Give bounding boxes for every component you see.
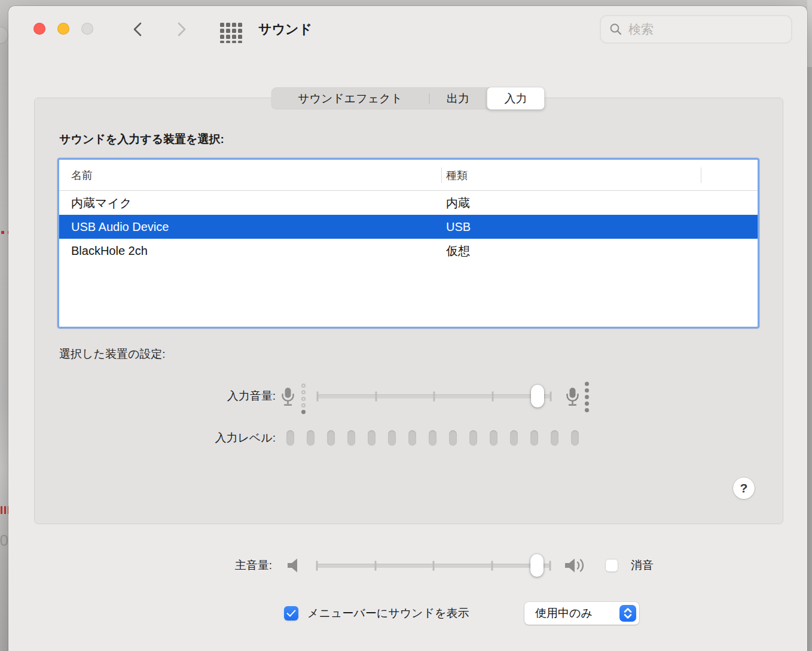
mute-label: 消音 (631, 544, 654, 586)
background-clipped-text: 00 (0, 531, 9, 550)
level-segment (449, 430, 457, 446)
level-segment (530, 430, 538, 446)
help-button[interactable]: ? (733, 477, 755, 499)
input-volume-slider[interactable] (318, 375, 551, 417)
settings-label: 選択した装置の設定: (59, 346, 166, 362)
sound-preferences-window: サウンド サウンドエフェクト出力入力 サウンドを入力する装置を選択: 名前 種類… (8, 6, 807, 651)
back-button[interactable] (130, 22, 145, 37)
slider-tick (375, 391, 377, 401)
master-volume-row: 主音量: 消音 (8, 544, 807, 586)
mic-low-icon (280, 387, 295, 406)
column-header-type[interactable]: 種類 (446, 160, 468, 191)
tab-output[interactable]: 出力 (430, 87, 487, 109)
mute-checkbox[interactable] (605, 559, 618, 572)
tab-sound-effects[interactable]: サウンドエフェクト (271, 87, 429, 109)
level-segment (469, 430, 477, 446)
device-type-cell: 仮想 (446, 243, 470, 259)
input-level-row: 入力レベル: (35, 417, 783, 459)
level-segment (510, 430, 518, 446)
slider-tick (550, 391, 552, 401)
background-window-top (0, 0, 812, 6)
level-segment (408, 430, 416, 446)
popup-chevrons-icon (619, 605, 636, 622)
device-type-cell: USB (446, 220, 471, 234)
slider-track[interactable] (318, 394, 551, 398)
level-segment (429, 430, 436, 446)
zoom-button[interactable] (81, 23, 93, 35)
input-pane: サウンドを入力する装置を選択: 名前 種類 内蔵マイク内蔵USB Audio D… (34, 98, 783, 524)
table-row[interactable]: USB Audio DeviceUSB (59, 215, 758, 239)
menubar-visibility-popup[interactable]: 使用中のみ (524, 602, 639, 625)
master-volume-slider[interactable] (317, 544, 550, 586)
table-row[interactable]: BlackHole 2ch仮想 (59, 239, 758, 263)
device-type-cell: 内蔵 (446, 195, 470, 211)
mic-sensitivity-high-dots (585, 382, 589, 412)
input-level-label: 入力レベル: (35, 417, 276, 459)
search-input[interactable] (628, 22, 783, 36)
device-table-header: 名前 種類 (59, 160, 758, 191)
device-name-cell: 内蔵マイク (71, 195, 132, 211)
background-window-right-strip (807, 0, 812, 651)
slider-tick (492, 391, 493, 401)
slider-thumb[interactable] (531, 385, 544, 407)
slider-tick (317, 391, 319, 401)
slider-tick (374, 561, 376, 571)
input-volume-row: 入力音量: (35, 375, 783, 417)
slider-thumb[interactable] (530, 554, 544, 577)
level-segment (307, 430, 315, 446)
mic-high-icon (564, 387, 580, 406)
background-circle-artifact (0, 26, 8, 44)
menubar-row: メニューバーにサウンドを表示 使用中のみ (8, 595, 807, 631)
titlebar: サウンド (8, 6, 807, 53)
level-segment (571, 430, 579, 446)
column-header-name[interactable]: 名前 (71, 160, 93, 191)
level-segment (368, 430, 376, 446)
popup-value: 使用中のみ (535, 606, 593, 621)
master-volume-label: 主音量: (8, 544, 272, 586)
mic-sensitivity-low-dots (301, 384, 306, 414)
forward-button[interactable] (175, 22, 189, 37)
chevron-right-icon (176, 22, 187, 37)
level-segment (286, 430, 294, 446)
slider-tick (491, 561, 493, 571)
tab-input[interactable]: 入力 (487, 87, 545, 109)
slider-tick (433, 561, 435, 571)
column-divider (701, 168, 701, 183)
select-device-label: サウンドを入力する装置を選択: (59, 132, 224, 147)
menubar-checkbox[interactable] (284, 606, 298, 620)
background-window-left-strip: 00 (0, 0, 8, 651)
slider-track[interactable] (317, 564, 550, 568)
speaker-loud-icon (563, 557, 592, 574)
column-divider (441, 168, 442, 183)
search-field[interactable] (600, 15, 792, 44)
level-segment (327, 430, 335, 446)
chevron-left-icon (132, 22, 143, 37)
minimize-button[interactable] (57, 23, 69, 35)
close-button[interactable] (33, 23, 45, 35)
level-segment (347, 430, 355, 446)
speaker-mute-icon (286, 557, 303, 574)
level-segment (490, 430, 497, 446)
device-name-cell: USB Audio Device (71, 220, 169, 234)
traffic-lights (33, 23, 93, 35)
search-icon (609, 23, 622, 36)
input-volume-label: 入力音量: (35, 375, 276, 417)
show-all-grid-icon[interactable] (220, 23, 242, 45)
slider-tick (434, 391, 435, 401)
input-level-meter (286, 430, 579, 446)
level-segment (551, 430, 558, 446)
tab-bar: サウンドエフェクト出力入力 (271, 87, 545, 109)
device-table[interactable]: 名前 種類 内蔵マイク内蔵USB Audio DeviceUSBBlackHol… (57, 158, 759, 328)
page-title: サウンド (258, 20, 312, 38)
device-name-cell: BlackHole 2ch (71, 244, 148, 258)
slider-tick (550, 561, 551, 571)
slider-tick (316, 561, 318, 571)
table-row[interactable]: 内蔵マイク内蔵 (59, 191, 758, 215)
level-segment (388, 430, 396, 446)
menubar-label: メニューバーにサウンドを表示 (307, 595, 469, 631)
